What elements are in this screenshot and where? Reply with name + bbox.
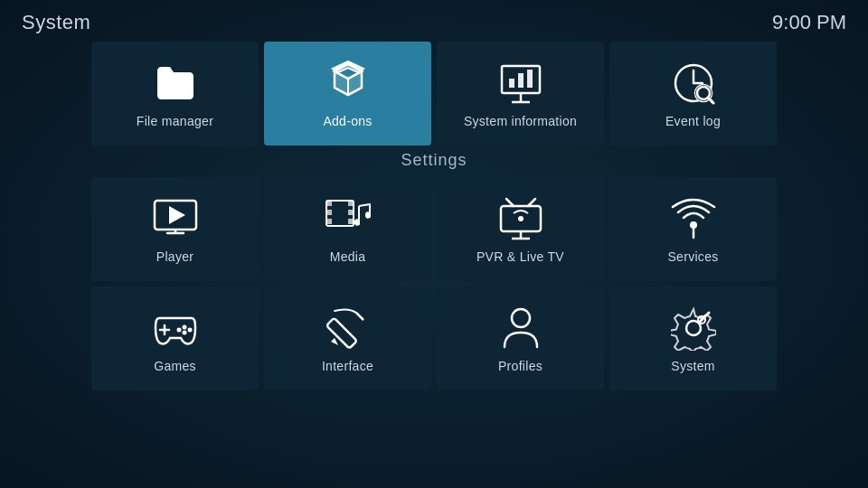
system-information-label: System information	[464, 114, 577, 128]
svg-point-41	[187, 327, 192, 332]
event-log-label: Event log	[665, 114, 721, 128]
tile-system[interactable]: System	[609, 286, 777, 390]
svg-line-46	[356, 313, 363, 320]
tile-games[interactable]: Games	[91, 286, 259, 390]
media-label: Media	[330, 249, 366, 264]
folder-icon	[152, 60, 199, 107]
pvr-icon	[497, 195, 544, 242]
top-row: File manager Add-ons	[0, 42, 868, 145]
svg-rect-26	[348, 210, 354, 215]
profiles-icon	[497, 305, 544, 352]
app-title: System	[22, 11, 90, 34]
svg-point-43	[176, 327, 181, 332]
system-icon	[670, 305, 717, 352]
svg-line-16	[708, 98, 712, 102]
file-manager-label: File manager	[137, 114, 213, 128]
svg-rect-4	[509, 79, 514, 88]
sysinfo-icon	[497, 60, 544, 107]
add-ons-label: Add-ons	[323, 114, 372, 128]
player-icon	[152, 195, 199, 242]
svg-point-47	[512, 309, 530, 327]
settings-row-1: Player	[0, 177, 868, 281]
profiles-label: Profiles	[498, 359, 542, 373]
pvr-label: PVR & Live TV	[476, 249, 564, 264]
svg-point-29	[365, 212, 371, 218]
settings-title: Settings	[0, 151, 868, 170]
app-container: System 9:00 PM File manager	[0, 0, 868, 488]
svg-rect-27	[348, 219, 354, 224]
svg-rect-5	[518, 73, 524, 88]
tile-media[interactable]: Media	[264, 177, 431, 281]
services-icon	[670, 195, 717, 242]
svg-rect-24	[326, 219, 332, 224]
interface-icon	[325, 305, 372, 352]
svg-marker-45	[331, 338, 338, 345]
svg-marker-18	[169, 206, 185, 224]
svg-point-42	[182, 330, 186, 334]
svg-rect-23	[326, 210, 332, 215]
system-label: System	[671, 359, 714, 373]
tile-add-ons[interactable]: Add-ons	[264, 42, 431, 145]
eventlog-icon	[670, 60, 717, 107]
svg-rect-6	[527, 70, 533, 88]
settings-row-2: Games Interface	[0, 286, 868, 390]
player-label: Player	[156, 249, 193, 264]
services-label: Services	[667, 249, 718, 264]
clock: 9:00 PM	[772, 11, 846, 34]
tile-system-information[interactable]: System information	[437, 42, 604, 145]
games-icon	[152, 305, 199, 352]
tile-event-log[interactable]: Event log	[609, 42, 777, 145]
svg-point-40	[182, 324, 186, 329]
svg-rect-25	[348, 201, 354, 206]
tile-file-manager[interactable]: File manager	[91, 42, 259, 145]
tile-profiles[interactable]: Profiles	[437, 286, 604, 390]
tile-services[interactable]: Services	[609, 177, 777, 281]
interface-label: Interface	[322, 359, 373, 373]
svg-point-35	[518, 216, 524, 221]
svg-point-28	[354, 220, 360, 225]
tile-interface[interactable]: Interface	[264, 286, 431, 390]
header: System 9:00 PM	[0, 0, 868, 42]
addons-icon	[325, 60, 372, 107]
games-label: Games	[154, 359, 196, 373]
svg-rect-22	[326, 201, 332, 206]
settings-section: Settings Player	[0, 151, 868, 390]
tile-player[interactable]: Player	[91, 177, 259, 281]
svg-rect-44	[326, 317, 356, 348]
tile-pvr-live-tv[interactable]: PVR & Live TV	[437, 177, 604, 281]
media-icon	[325, 195, 372, 242]
